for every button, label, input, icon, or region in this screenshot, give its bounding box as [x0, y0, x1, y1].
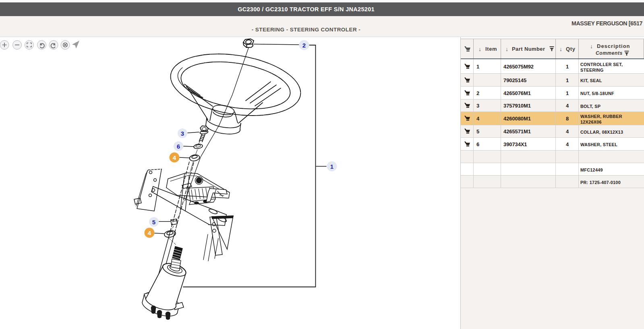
svg-text:2: 2 — [302, 42, 306, 49]
svg-text:4: 4 — [148, 230, 151, 236]
svg-text:5: 5 — [152, 219, 155, 226]
svg-text:6: 6 — [177, 143, 180, 150]
svg-text:1: 1 — [330, 163, 333, 170]
svg-text:4: 4 — [173, 154, 176, 161]
svg-text:3: 3 — [181, 130, 184, 137]
